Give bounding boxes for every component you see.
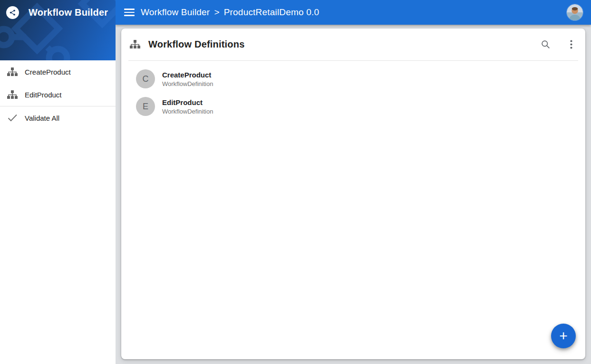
header-actions (540, 39, 577, 50)
sidebar-nav: CreateProduct EditProduct (0, 60, 116, 129)
user-avatar-image (567, 4, 583, 20)
breadcrumb-separator: > (214, 7, 219, 18)
breadcrumb: Workflow Builder > ProductRetailDemo 0.0 (141, 7, 319, 18)
add-workflow-fab[interactable]: + (551, 324, 576, 348)
app-title: Workflow Builder (29, 7, 108, 18)
sidebar-item-label: EditProduct (25, 91, 62, 99)
workflow-sitemap-icon (129, 39, 141, 50)
app-logo (6, 6, 19, 19)
letter-avatar: C (136, 69, 155, 88)
sidebar: Workflow Builder CreateProduct (0, 0, 116, 364)
list-item-text: CreateProduct WorkflowDefinition (162, 71, 213, 87)
share-network-icon (9, 9, 17, 17)
sidebar-brand-header: Workflow Builder (0, 0, 116, 60)
list-item-subtitle: WorkflowDefinition (162, 80, 213, 87)
list-item-title: EditProduct (162, 98, 213, 106)
list-item-text: EditProduct WorkflowDefinition (162, 98, 213, 115)
workflow-sitemap-icon (7, 66, 18, 77)
check-icon (7, 112, 18, 124)
letter-avatar: E (136, 97, 155, 116)
search-icon[interactable] (540, 39, 551, 50)
brand-row: Workflow Builder (0, 0, 116, 25)
top-app-bar: Workflow Builder > ProductRetailDemo 0.0 (116, 0, 591, 25)
list-item-createproduct[interactable]: C CreateProduct WorkflowDefinition (121, 65, 585, 93)
sidebar-item-validate-all[interactable]: Validate All (0, 106, 116, 129)
main-content: Workflow Definitions (116, 25, 591, 364)
workflow-definition-list: C CreateProduct WorkflowDefinition E Edi… (121, 61, 585, 120)
breadcrumb-root[interactable]: Workflow Builder (141, 7, 210, 18)
list-item-title: CreateProduct (162, 71, 213, 79)
workflow-definitions-card: Workflow Definitions (121, 29, 585, 359)
list-item-editproduct[interactable]: E EditProduct WorkflowDefinition (121, 93, 585, 120)
workflow-sitemap-icon (7, 89, 18, 100)
page-title: Workflow Definitions (148, 39, 540, 50)
kebab-menu-icon[interactable] (565, 39, 577, 50)
sidebar-item-editproduct[interactable]: EditProduct (0, 83, 116, 106)
sidebar-item-createproduct[interactable]: CreateProduct (0, 60, 116, 83)
hamburger-menu-icon[interactable] (124, 9, 135, 16)
sidebar-item-label: Validate All (25, 114, 59, 122)
user-avatar[interactable] (567, 4, 583, 20)
list-item-subtitle: WorkflowDefinition (162, 108, 213, 115)
breadcrumb-current: ProductRetailDemo 0.0 (224, 7, 320, 18)
sidebar-item-label: CreateProduct (25, 68, 71, 76)
card-header: Workflow Definitions (121, 29, 585, 60)
